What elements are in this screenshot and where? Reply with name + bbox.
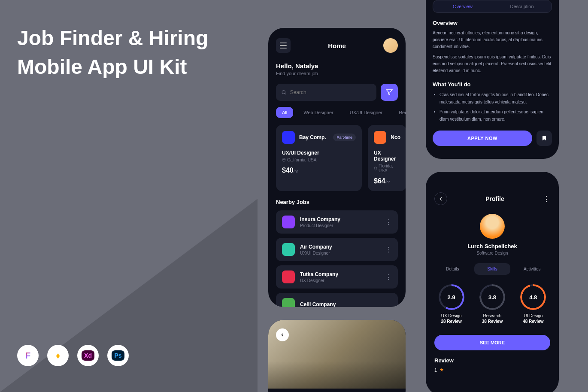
svg-point-3 (283, 159, 284, 160)
review-section-title: Review (426, 357, 559, 364)
skill-review: 38 Review (479, 319, 505, 324)
home-screen: Home Hello, Natalya Find your dream job … (268, 28, 406, 307)
location-icon (374, 167, 377, 170)
chip-web[interactable]: Web Designer (297, 107, 339, 118)
star-icon: ★ (439, 367, 444, 373)
chip-uxui[interactable]: UX/UI Designer (344, 107, 388, 118)
skill-ring: 4.8 (520, 284, 546, 310)
bullet-item: Proin vulputate, dolor at interdum pelle… (439, 108, 552, 123)
profile-avatar[interactable] (480, 214, 505, 239)
xd-icon: Xd (77, 345, 99, 366)
company-name: Nco (391, 134, 400, 140)
profile-name: Lurch Schpellchek (426, 243, 559, 249)
skill-item: 3.8 Research 38 Review (479, 284, 505, 324)
bookmark-button[interactable] (536, 131, 552, 146)
company-logo-icon (282, 216, 295, 228)
job-list-item[interactable]: Tutka CompanyUX Designer ⋮ (276, 265, 398, 289)
overview-screen: Overview Description Overview Aenean nec… (426, 0, 559, 159)
user-avatar[interactable] (383, 38, 398, 53)
search-icon (281, 89, 287, 95)
chip-all[interactable]: All (276, 107, 293, 118)
arrow-left-icon (438, 196, 444, 202)
job-role: UX Designer (300, 278, 380, 283)
skill-name: UX Design (439, 313, 464, 318)
skill-item: 4.8 UI Design 48 Review (520, 284, 546, 324)
menu-button[interactable] (276, 38, 291, 53)
page-title: Profile (485, 195, 504, 202)
bullet-item: Cras sed nisi at tortor sagittis finibus… (439, 91, 552, 106)
bookmark-icon (541, 135, 547, 141)
back-button[interactable] (434, 192, 447, 205)
greeting-text: Hello, Natalya (276, 62, 398, 70)
whatyoudo-title: What You'll do (433, 81, 552, 88)
company-logo-icon (282, 298, 295, 307)
job-list-item[interactable]: Celli Company (276, 293, 398, 307)
filter-icon (386, 89, 393, 96)
greeting-subtitle: Find your dream job (276, 71, 398, 76)
job-role: Product Designer (300, 223, 380, 228)
overview-text: Aenean nec erat ultricies, elementum nun… (433, 30, 552, 50)
company-logo-icon (374, 131, 386, 144)
filter-button[interactable] (381, 84, 398, 101)
arrow-left-icon (279, 332, 285, 338)
photoshop-icon: Ps (107, 345, 129, 366)
chip-recomm[interactable]: Recomm (393, 107, 406, 118)
profile-screen: Profile ⋮ Lurch Schpellchek Software Des… (426, 172, 559, 392)
apply-button[interactable]: APPLY NOW (433, 131, 532, 146)
figma-icon: F (17, 345, 39, 366)
more-icon[interactable]: ⋮ (385, 273, 392, 281)
job-location: Florida, USA (374, 164, 400, 173)
skill-name: Research (479, 313, 505, 318)
job-list-item[interactable]: Air CompanyUX/UI Designer ⋮ (276, 238, 398, 261)
company-logo-icon (282, 270, 295, 283)
job-price: $40/hr (282, 167, 356, 174)
job-title: UX/UI Designer (282, 150, 356, 156)
see-more-button[interactable]: SEE MORE (434, 335, 550, 350)
more-icon[interactable]: ⋮ (385, 246, 392, 254)
tab-overview[interactable]: Overview (433, 0, 492, 12)
company-name: Insura Company (300, 216, 380, 222)
more-button[interactable]: ⋮ (543, 194, 550, 204)
tab-description[interactable]: Description (492, 0, 552, 12)
overview-section-title: Overview (433, 20, 552, 26)
tab-details[interactable]: Details (434, 263, 471, 275)
more-icon[interactable]: ⋮ (385, 218, 392, 226)
job-price: $64/hr (374, 177, 400, 185)
design-tool-icons: F ♦ Xd Ps (17, 345, 129, 366)
job-list-item[interactable]: Insura CompanyProduct Designer ⋮ (276, 210, 398, 234)
company-name: Tutka Company (300, 271, 380, 277)
profile-role: Software Design (426, 251, 559, 255)
company-name: Bay Comp. (299, 134, 329, 140)
job-card[interactable]: Bay Comp. Part-time UX/UI Designer Calif… (276, 125, 362, 191)
detail-image-screen (268, 320, 406, 392)
job-card[interactable]: Nco UX Designer Florida, USA $64/hr (368, 125, 406, 191)
skill-review: 28 Review (439, 319, 464, 324)
office-image (268, 320, 406, 389)
search-input-wrapper[interactable] (276, 84, 376, 101)
tab-skills[interactable]: Skills (474, 263, 511, 275)
svg-marker-2 (386, 90, 392, 95)
skill-ring: 2.9 (439, 284, 464, 310)
location-icon (282, 158, 286, 162)
company-name: Celli Company (300, 301, 392, 307)
job-role: UX/UI Designer (300, 251, 380, 255)
job-type-badge: Part-time (333, 134, 356, 141)
overview-text: Suspendisse sodales ipsum quis ipsum vul… (433, 54, 552, 74)
skill-ring: 3.8 (479, 284, 505, 310)
company-name: Air Company (300, 244, 380, 250)
nearby-jobs-title: Nearby Jobs (268, 199, 406, 210)
skill-name: UI Design (520, 313, 546, 318)
search-input[interactable] (290, 89, 371, 95)
skill-item: 2.9 UX Design 28 Review (439, 284, 464, 324)
svg-point-0 (282, 91, 285, 94)
sketch-icon: ♦ (47, 345, 69, 366)
page-heading: Job Finder & Hiring Mobile App UI Kit (17, 24, 208, 81)
page-title: Home (328, 42, 346, 49)
back-button[interactable] (276, 328, 289, 341)
job-title: UX Designer (374, 150, 400, 162)
review-rating: 1★ (426, 364, 559, 373)
job-location: California, USA (282, 158, 356, 162)
skill-review: 48 Review (520, 319, 546, 324)
company-logo-icon (282, 131, 295, 144)
tab-activities[interactable]: Activities (514, 263, 550, 275)
